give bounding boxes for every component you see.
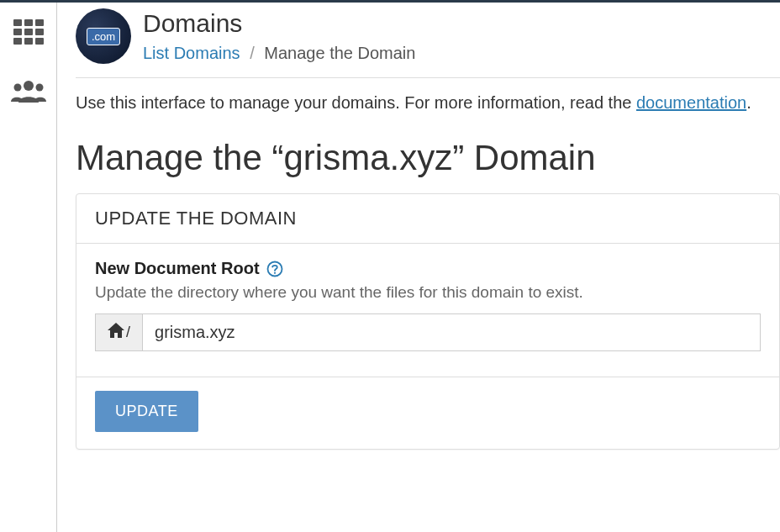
panel-footer: UPDATE xyxy=(76,377,779,449)
breadcrumb: List Domains / Manage the Domain xyxy=(143,44,415,63)
svg-rect-4 xyxy=(24,29,33,35)
svg-point-12 xyxy=(267,261,282,276)
path-slash: / xyxy=(126,324,130,341)
dotcom-badge: .com xyxy=(87,28,120,45)
input-addon-home: / xyxy=(95,313,142,351)
intro-post: . xyxy=(746,93,751,112)
documentation-link[interactable]: documentation xyxy=(636,93,746,112)
intro-text: Use this interface to manage your domain… xyxy=(76,93,780,113)
help-icon[interactable] xyxy=(266,261,283,277)
doc-root-label: New Document Root xyxy=(95,259,761,278)
top-accent-bar xyxy=(0,0,780,3)
page-header: .com Domains List Domains / Manage the D… xyxy=(76,8,780,78)
home-icon xyxy=(108,323,124,342)
svg-point-9 xyxy=(24,81,34,91)
panel-heading: UPDATE THE DOMAIN xyxy=(76,194,779,244)
svg-point-13 xyxy=(273,271,275,273)
svg-rect-3 xyxy=(13,29,22,35)
svg-point-11 xyxy=(35,84,43,92)
apps-grid-icon[interactable] xyxy=(8,15,50,49)
breadcrumb-separator: / xyxy=(245,44,260,62)
svg-point-10 xyxy=(13,84,21,92)
svg-rect-2 xyxy=(35,19,44,26)
doc-root-input-group: / xyxy=(95,313,761,351)
doc-root-label-text: New Document Root xyxy=(95,259,260,278)
svg-rect-0 xyxy=(13,19,22,26)
svg-rect-1 xyxy=(24,19,33,26)
manage-domain-heading: Manage the “grisma.xyz” Domain xyxy=(76,138,780,178)
breadcrumb-link-list-domains[interactable]: List Domains xyxy=(143,44,240,62)
page-title: Domains xyxy=(143,8,415,39)
update-domain-panel: UPDATE THE DOMAIN New Document Root Upda… xyxy=(76,193,780,450)
domain-module-icon: .com xyxy=(76,8,131,64)
sidebar xyxy=(0,0,57,532)
doc-root-input[interactable] xyxy=(142,313,761,351)
doc-root-description: Update the directory where you want the … xyxy=(95,283,761,302)
svg-rect-5 xyxy=(35,29,44,35)
svg-rect-8 xyxy=(35,38,44,45)
users-group-icon[interactable] xyxy=(8,74,50,108)
intro-pre: Use this interface to manage your domain… xyxy=(76,93,636,112)
update-button[interactable]: UPDATE xyxy=(95,391,198,432)
svg-rect-6 xyxy=(13,38,22,45)
svg-rect-7 xyxy=(24,38,33,45)
main-content: .com Domains List Domains / Manage the D… xyxy=(57,0,780,532)
breadcrumb-current: Manage the Domain xyxy=(264,44,415,62)
